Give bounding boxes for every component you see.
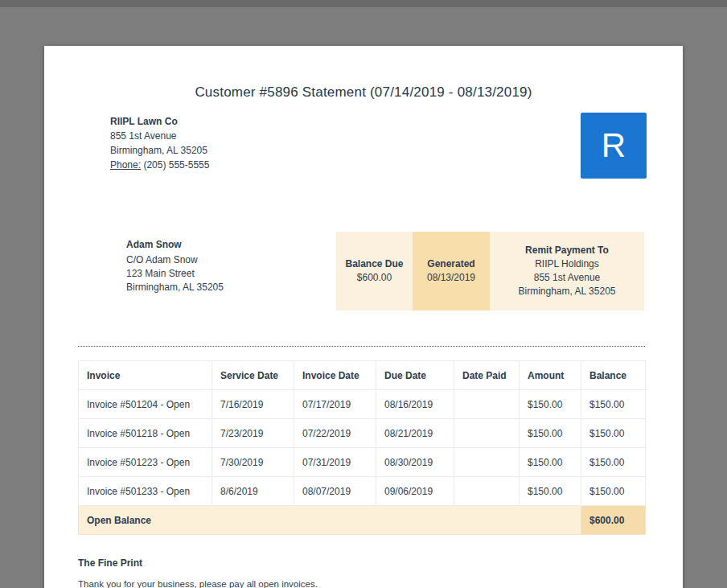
cell-invoice-date: 07/22/2019 xyxy=(294,419,376,448)
header-invoice: Invoice xyxy=(79,361,212,390)
remit-address2: Birmingham, AL 35205 xyxy=(519,285,616,298)
cell-due-date: 08/30/2019 xyxy=(376,448,454,477)
company-address-line2: Birmingham, AL 35205 xyxy=(110,143,209,158)
cell-invoice-date: 07/31/2019 xyxy=(294,448,376,477)
table-row: Invoice #501218 - Open 7/23/2019 07/22/2… xyxy=(79,419,646,448)
fine-print-title: The Fine Print xyxy=(78,557,142,569)
company-logo: R xyxy=(581,113,647,179)
dotted-divider xyxy=(78,346,645,347)
customer-address-block: Adam Snow C/O Adam Snow 123 Main Street … xyxy=(126,238,224,294)
remit-payment-cell: Remit Payment To RIIPL Holdings 855 1st … xyxy=(490,232,644,310)
table-header-row: Invoice Service Date Invoice Date Due Da… xyxy=(79,361,646,390)
cell-service-date: 7/16/2019 xyxy=(212,390,294,419)
logo-letter-icon: R xyxy=(602,129,626,162)
balance-due-label: Balance Due xyxy=(345,257,403,271)
cell-service-date: 8/6/2019 xyxy=(212,477,294,506)
phone-label: Phone: xyxy=(110,159,141,171)
balance-due-value: $600.00 xyxy=(357,271,392,285)
generated-label: Generated xyxy=(427,257,474,271)
cell-amount: $150.00 xyxy=(520,448,581,477)
fine-print-body: Thank you for your business, please pay … xyxy=(78,579,318,588)
cell-date-paid xyxy=(454,477,520,506)
cell-due-date: 09/06/2019 xyxy=(376,477,454,506)
balance-due-cell: Balance Due $600.00 xyxy=(336,232,413,310)
statement-page: Customer #5896 Statement (07/14/2019 - 0… xyxy=(44,46,683,588)
cell-balance: $150.00 xyxy=(581,448,646,477)
generated-cell: Generated 08/13/2019 xyxy=(413,232,490,310)
cell-invoice: Invoice #501233 - Open xyxy=(79,477,212,506)
page-title: Customer #5896 Statement (07/14/2019 - 0… xyxy=(44,84,683,101)
customer-line2: 123 Main Street xyxy=(126,267,224,281)
table-row: Invoice #501204 - Open 7/16/2019 07/17/2… xyxy=(79,390,646,419)
cell-invoice: Invoice #501218 - Open xyxy=(79,419,212,448)
header-balance: Balance xyxy=(581,361,646,390)
cell-invoice: Invoice #501204 - Open xyxy=(79,390,212,419)
table-row: Invoice #501223 - Open 7/30/2019 07/31/2… xyxy=(79,448,646,477)
cell-due-date: 08/16/2019 xyxy=(376,390,454,419)
remit-label: Remit Payment To xyxy=(525,244,609,257)
company-address-line1: 855 1st Avenue xyxy=(110,129,209,143)
cell-amount: $150.00 xyxy=(520,477,581,506)
header-invoice-date: Invoice Date xyxy=(294,361,376,390)
header-date-paid: Date Paid xyxy=(454,361,520,390)
cell-amount: $150.00 xyxy=(520,419,581,448)
customer-line3: Birmingham, AL 35205 xyxy=(126,281,224,294)
header-service-date: Service Date xyxy=(212,361,294,390)
cell-service-date: 7/23/2019 xyxy=(212,419,294,448)
invoice-table: Invoice Service Date Invoice Date Due Da… xyxy=(78,360,646,535)
remit-name: RIIPL Holdings xyxy=(535,257,599,271)
viewer-top-strip xyxy=(0,0,727,7)
open-balance-row: Open Balance $600.00 xyxy=(79,506,646,535)
remit-address1: 855 1st Avenue xyxy=(534,271,601,285)
cell-balance: $150.00 xyxy=(581,390,646,419)
company-name: RIIPL Lawn Co xyxy=(110,114,209,129)
cell-date-paid xyxy=(454,419,520,448)
company-phone-line: Phone: (205) 555-5555 xyxy=(110,158,209,172)
cell-amount: $150.00 xyxy=(520,390,581,419)
open-balance-value: $600.00 xyxy=(581,506,646,535)
cell-date-paid xyxy=(454,390,520,419)
generated-value: 08/13/2019 xyxy=(427,271,475,285)
cell-balance: $150.00 xyxy=(581,419,646,448)
phone-number: (205) 555-5555 xyxy=(143,159,209,171)
cell-balance: $150.00 xyxy=(581,477,646,506)
open-balance-label: Open Balance xyxy=(79,506,581,535)
customer-name: Adam Snow xyxy=(126,238,224,252)
cell-invoice: Invoice #501223 - Open xyxy=(79,448,212,477)
header-amount: Amount xyxy=(520,361,581,390)
desktop-background: { "doc": { "title": "Customer #5896 Stat… xyxy=(0,0,727,588)
header-due-date: Due Date xyxy=(376,361,454,390)
table-row: Invoice #501233 - Open 8/6/2019 08/07/20… xyxy=(79,477,646,506)
cell-invoice-date: 08/07/2019 xyxy=(294,477,376,506)
summary-panel: Balance Due $600.00 Generated 08/13/2019… xyxy=(336,232,644,310)
company-address-block: RIIPL Lawn Co 855 1st Avenue Birmingham,… xyxy=(110,114,209,172)
cell-invoice-date: 07/17/2019 xyxy=(294,390,376,419)
cell-due-date: 08/21/2019 xyxy=(376,419,454,448)
customer-line1: C/O Adam Snow xyxy=(126,253,224,267)
cell-service-date: 7/30/2019 xyxy=(212,448,294,477)
cell-date-paid xyxy=(454,448,520,477)
